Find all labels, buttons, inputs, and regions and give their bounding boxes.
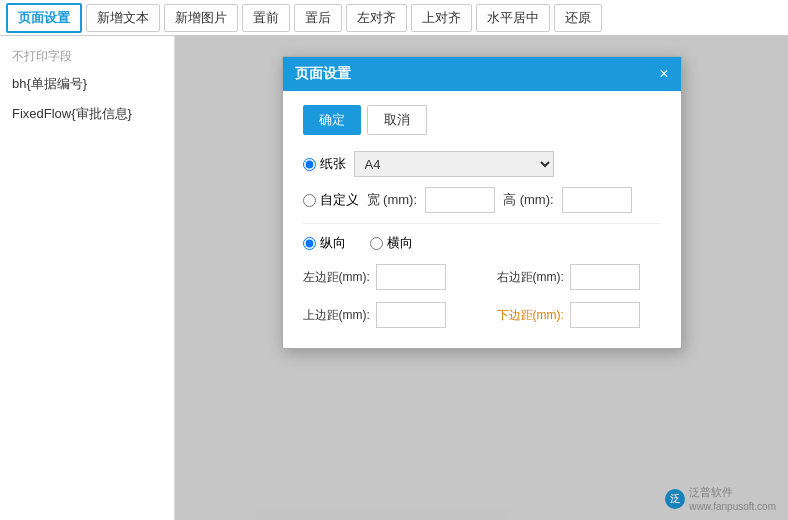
left-margin-input[interactable]: 0 bbox=[376, 264, 446, 290]
paper-select[interactable]: A4 bbox=[354, 151, 554, 177]
sidebar-item-bh[interactable]: bh{单据编号} bbox=[0, 69, 174, 99]
custom-row: 自定义 宽 (mm): 210 高 (mm): 297 bbox=[303, 187, 661, 213]
right-margin-input[interactable]: 0 bbox=[570, 264, 640, 290]
page-setup-button[interactable]: 页面设置 bbox=[6, 3, 82, 33]
confirm-button[interactable]: 确定 bbox=[303, 105, 361, 135]
top-margin-label: 上边距(mm): bbox=[303, 307, 370, 324]
send-back-button[interactable]: 置后 bbox=[294, 4, 342, 32]
portrait-label: 纵向 bbox=[320, 234, 346, 252]
paper-row: 纸张 A4 bbox=[303, 151, 661, 177]
sidebar: 不打印字段 bh{单据编号} FixedFlow{审批信息} bbox=[0, 36, 175, 520]
right-margin-cell: 右边距(mm): 0 下边距(mm): 0 bbox=[497, 264, 661, 328]
orientation-row: 纵向 横向 bbox=[303, 234, 661, 252]
right-margin-row: 右边距(mm): 0 bbox=[497, 264, 661, 290]
bottom-margin-label: 下边距(mm): bbox=[497, 307, 564, 324]
landscape-radio[interactable] bbox=[370, 237, 383, 250]
page-setup-dialog: 页面设置 × 确定 取消 纸张 bbox=[282, 56, 682, 349]
portrait-radio-label[interactable]: 纵向 bbox=[303, 234, 346, 252]
right-margin-label: 右边距(mm): bbox=[497, 269, 564, 286]
paper-radio-label[interactable]: 纸张 bbox=[303, 155, 346, 173]
custom-radio[interactable] bbox=[303, 194, 316, 207]
margin-grid: 左边距(mm): 0 上边距(mm): 0 右边距(mm): bbox=[303, 264, 661, 328]
align-top-button[interactable]: 上对齐 bbox=[411, 4, 472, 32]
toolbar: 页面设置新增文本新增图片置前置后左对齐上对齐水平居中还原 bbox=[0, 0, 788, 36]
cancel-button[interactable]: 取消 bbox=[367, 105, 427, 135]
dialog-close-button[interactable]: × bbox=[659, 66, 668, 82]
top-margin-row: 上边距(mm): 0 bbox=[303, 302, 467, 328]
bottom-margin-row: 下边距(mm): 0 bbox=[497, 302, 661, 328]
divider-1 bbox=[303, 223, 661, 224]
left-margin-cell: 左边距(mm): 0 上边距(mm): 0 bbox=[303, 264, 467, 328]
modal-backdrop: 页面设置 × 确定 取消 纸张 bbox=[175, 36, 788, 520]
width-label: 宽 (mm): bbox=[367, 191, 418, 209]
content-area: 页面设置 × 确定 取消 纸张 bbox=[175, 36, 788, 520]
portrait-radio[interactable] bbox=[303, 237, 316, 250]
dialog-header: 页面设置 × bbox=[283, 57, 681, 91]
top-margin-input[interactable]: 0 bbox=[376, 302, 446, 328]
center-horizontal-button[interactable]: 水平居中 bbox=[476, 4, 550, 32]
left-margin-row: 左边距(mm): 0 bbox=[303, 264, 467, 290]
custom-radio-label[interactable]: 自定义 bbox=[303, 191, 359, 209]
width-input[interactable]: 210 bbox=[425, 187, 495, 213]
dialog-body: 确定 取消 纸张 A4 bbox=[283, 91, 681, 348]
bring-front-button[interactable]: 置前 bbox=[242, 4, 290, 32]
align-left-button[interactable]: 左对齐 bbox=[346, 4, 407, 32]
custom-label: 自定义 bbox=[320, 191, 359, 209]
height-label: 高 (mm): bbox=[503, 191, 554, 209]
bottom-margin-input[interactable]: 0 bbox=[570, 302, 640, 328]
restore-button[interactable]: 还原 bbox=[554, 4, 602, 32]
paper-label: 纸张 bbox=[320, 155, 346, 173]
dialog-title: 页面设置 bbox=[295, 65, 351, 83]
main-area: 不打印字段 bh{单据编号} FixedFlow{审批信息} 页面设置 × 确定… bbox=[0, 36, 788, 520]
landscape-radio-label[interactable]: 横向 bbox=[370, 234, 413, 252]
add-image-button[interactable]: 新增图片 bbox=[164, 4, 238, 32]
dialog-actions: 确定 取消 bbox=[303, 105, 661, 135]
add-text-button[interactable]: 新增文本 bbox=[86, 4, 160, 32]
sidebar-item-fixedflow[interactable]: FixedFlow{审批信息} bbox=[0, 99, 174, 129]
landscape-label: 横向 bbox=[387, 234, 413, 252]
paper-radio[interactable] bbox=[303, 158, 316, 171]
left-margin-label: 左边距(mm): bbox=[303, 269, 370, 286]
height-input[interactable]: 297 bbox=[562, 187, 632, 213]
sidebar-section-label: 不打印字段 bbox=[0, 44, 174, 69]
